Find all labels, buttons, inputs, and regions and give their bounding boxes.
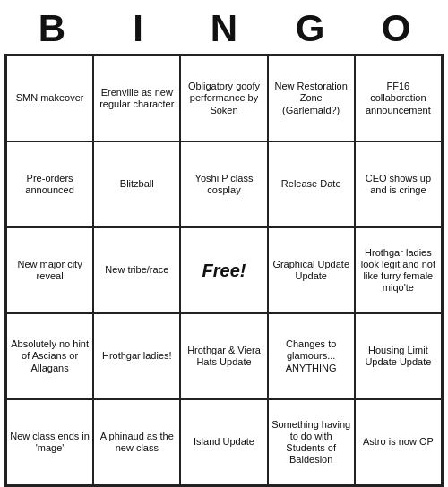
cell-11[interactable]: New tribe/race (93, 227, 180, 313)
cell-20[interactable]: New class ends in 'mage' (6, 399, 93, 485)
cell-17[interactable]: Hrothgar & Viera Hats Update (180, 313, 267, 399)
cell-5[interactable]: Pre-orders announced (6, 141, 93, 227)
cell-2[interactable]: Obligatory goofy performance by Soken (180, 56, 267, 141)
letter-g: G (278, 7, 342, 50)
cell-22[interactable]: Island Update (180, 399, 267, 485)
letter-b: B (20, 7, 84, 50)
cell-4[interactable]: FF16 collaboration announcement (355, 56, 442, 141)
cell-18[interactable]: Changes to glamours... ANYTHING (268, 313, 355, 399)
cell-21[interactable]: Alphinaud as the new class (93, 399, 180, 485)
bingo-grid: SMN makeover Erenville as new regular ch… (4, 54, 444, 487)
cell-free[interactable]: Free! (180, 227, 267, 313)
cell-19[interactable]: Housing Limit Update Update (355, 313, 442, 399)
cell-15[interactable]: Absolutely no hint of Ascians or Allagan… (6, 313, 93, 399)
cell-0[interactable]: SMN makeover (6, 56, 93, 141)
letter-i: I (106, 7, 170, 50)
cell-3[interactable]: New Restoration Zone (Garlemald?) (268, 56, 355, 141)
cell-13[interactable]: Graphical Update Update (268, 227, 355, 313)
cell-16[interactable]: Hrothgar ladies! (93, 313, 180, 399)
cell-24[interactable]: Astro is now OP (355, 399, 442, 485)
cell-10[interactable]: New major city reveal (6, 227, 93, 313)
bingo-title: B I N G O (9, 0, 439, 54)
cell-14[interactable]: Hrothgar ladies look legit and not like … (355, 227, 442, 313)
letter-o: O (364, 7, 428, 50)
cell-1[interactable]: Erenville as new regular character (93, 56, 180, 141)
cell-9[interactable]: CEO shows up and is cringe (355, 141, 442, 227)
letter-n: N (192, 7, 256, 50)
cell-6[interactable]: Blitzball (93, 141, 180, 227)
cell-23[interactable]: Something having to do with Students of … (268, 399, 355, 485)
cell-8[interactable]: Release Date (268, 141, 355, 227)
cell-7[interactable]: Yoshi P class cosplay (180, 141, 267, 227)
